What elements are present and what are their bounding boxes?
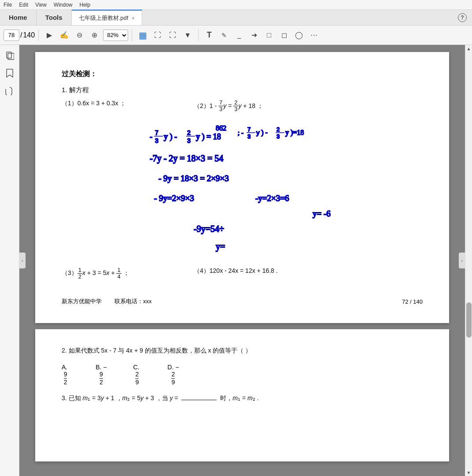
fullscreen-button[interactable]: ⛶	[166, 28, 180, 42]
page-total: 140	[23, 31, 35, 39]
page-current-input[interactable]	[4, 30, 19, 41]
svg-text:y ) -: y ) -	[256, 129, 268, 136]
nav-toggle-right[interactable]: ›	[459, 253, 465, 268]
note-button[interactable]: □	[262, 28, 276, 42]
download-button[interactable]: ▼	[181, 28, 195, 42]
sidebar-bookmark-icon[interactable]	[3, 66, 17, 80]
text-tool-button[interactable]: T	[202, 28, 216, 42]
prob1-left: （1）0.6x = 3 + 0.3x ；	[62, 100, 194, 108]
prob1a-text: （1）0.6x = 3 + 0.3x ；	[62, 100, 126, 107]
page-separator: /	[20, 31, 22, 39]
zoom-out-button[interactable]: ⊖	[72, 28, 86, 42]
menu-help[interactable]: Help	[80, 2, 91, 8]
svg-text:3: 3	[247, 133, 251, 140]
section-title: 过关检测：	[62, 70, 423, 79]
choice-c-fraction: 2 9	[135, 371, 139, 386]
page-number: 72 / 140	[402, 298, 423, 305]
tab-help-area: ?	[453, 10, 472, 25]
svg-text:-y=2×3=6: -y=2×3=6	[255, 193, 289, 203]
zoom-select[interactable]: 82%	[103, 30, 128, 41]
svg-text:y ) -: y ) -	[164, 132, 177, 141]
svg-text:2: 2	[187, 129, 191, 136]
svg-text:- 9y=2×9×3: - 9y=2×9×3	[154, 193, 194, 203]
select-tool-button[interactable]: ▶	[42, 28, 56, 42]
sidebar-attach-icon[interactable]	[3, 84, 17, 98]
help-button[interactable]: ?	[458, 13, 467, 22]
highlight-button[interactable]: ✎	[217, 28, 231, 42]
tab-tools[interactable]: Tools	[37, 10, 72, 25]
scroll-track[interactable]	[465, 52, 472, 469]
more-button[interactable]: ⋯	[307, 28, 321, 42]
scroll-up-button[interactable]: ▲	[465, 45, 472, 52]
menu-view[interactable]: View	[35, 2, 47, 8]
close-tab-button[interactable]: ×	[132, 15, 134, 21]
menu-edit[interactable]: Edit	[19, 2, 28, 8]
pdf-area[interactable]: 过关检测： 1. 解方程 （1）0.6x = 3 + 0.3x ； （2）1 -…	[19, 45, 465, 476]
scroll-down-button[interactable]: ▼	[465, 469, 472, 476]
prob3-text: 3. 已知 m₁ = 3y + 1 ，m₂ = 5y + 3 ，当 y = 时，…	[62, 394, 423, 402]
svg-text:y )=18: y )=18	[285, 129, 304, 137]
pdf-page-1: 过关检测： 1. 解方程 （1）0.6x = 3 + 0.3x ； （2）1 -…	[35, 52, 449, 323]
svg-text:- 9y = 18×3 = 2×9×3: - 9y = 18×3 = 2×9×3	[159, 174, 229, 183]
prob3-left: （3）12x + 3 = 5x + 14 ；	[62, 267, 194, 280]
nav-toggle-left[interactable]: ‹	[19, 253, 26, 268]
tool-group-scan: ▦ ⛶ ⛶ ▼	[136, 28, 195, 42]
arrow-button[interactable]: ➜	[247, 28, 261, 42]
toolbar-sep-3	[198, 29, 199, 41]
choices-row: A. 9 2 B. − 9 2 C. 2	[62, 364, 423, 386]
crop-button[interactable]: ⛶	[151, 28, 165, 42]
tab-file[interactable]: 七年级上册教材.pdf ×	[72, 10, 142, 25]
tab-file-label: 七年级上册教材.pdf	[79, 14, 129, 22]
pdf-page-2: 2. 如果代数式 5x - 7 与 4x + 9 的值互为相反数，那么 x 的值…	[35, 329, 449, 461]
svg-text:3: 3	[187, 137, 191, 144]
svg-text:7: 7	[155, 129, 159, 136]
tool-group-annotate: T ✎ ⎯ ➜ □ ◻ ◯ ⋯	[202, 28, 321, 42]
svg-text:2: 2	[277, 126, 280, 133]
svg-text:3: 3	[155, 137, 159, 144]
sidebar-pages-icon[interactable]	[3, 48, 17, 63]
toolbar-sep-1	[38, 29, 39, 41]
svg-text:-7y - 2y = 18×3 = 54: -7y - 2y = 18×3 = 54	[150, 153, 223, 164]
prob1-label: 1. 解方程	[62, 86, 423, 94]
prob4-left: （4）120x - 24x = 12x + 16.8 .	[194, 267, 423, 275]
menu-bar: File Edit View Window Help	[0, 0, 472, 10]
right-scrollbar[interactable]: ▲ ▼	[465, 45, 472, 476]
svg-text:y ) = 18: y ) = 18	[196, 132, 221, 141]
prob3-row: （3）12x + 3 = 5x + 14 ； （4）120x - 24x = 1…	[62, 267, 423, 280]
svg-text:7: 7	[247, 126, 251, 133]
choice-d: D. − 2 9	[167, 364, 179, 386]
tool-group-select: ▶ ✍ ⊖ ⊕	[42, 28, 101, 42]
svg-text:3: 3	[277, 133, 280, 140]
menu-window[interactable]: Window	[54, 2, 73, 8]
prob4-text: （4）120x - 24x = 12x + 16.8 .	[194, 267, 278, 274]
svg-text:-: -	[150, 132, 152, 141]
choice-b-fraction: 9 2	[100, 371, 103, 386]
shape-circle-button[interactable]: ◯	[292, 28, 306, 42]
tab-home[interactable]: Home	[0, 10, 37, 25]
scroll-thumb[interactable]	[466, 302, 472, 338]
tab-bar: Home Tools 七年级上册教材.pdf × ?	[0, 10, 472, 26]
handwriting-svg: - 7 3 y ) - 2 3 y ) = 18 862 ; - 7	[150, 122, 458, 263]
choice-c: C. 2 9	[133, 364, 141, 386]
svg-rect-1	[8, 53, 14, 60]
scan-button[interactable]: ▦	[136, 28, 150, 42]
zoom-in-button[interactable]: ⊕	[87, 28, 101, 42]
svg-text:; -: ; -	[238, 129, 243, 136]
toolbar-sep-2	[132, 29, 132, 41]
prob1-row: （1）0.6x = 3 + 0.3x ； （2）1 - 73y = 23y + …	[62, 100, 423, 113]
menu-file[interactable]: File	[4, 2, 12, 8]
left-sidebar	[0, 45, 19, 476]
main-layout: ‹ 过关检测： 1. 解方程 （1）0.6x = 3 + 0.3x ； （2）1…	[0, 45, 472, 476]
footer-school: 新东方优能中学 联系电话：xxx	[62, 298, 151, 305]
line-button[interactable]: ⎯	[232, 28, 246, 42]
svg-text:-9y=54÷: -9y=54÷	[194, 224, 224, 234]
choice-a-fraction: 9 2	[64, 371, 67, 386]
choice-d-fraction: 2 9	[171, 371, 175, 386]
prob3-text: （3）12x + 3 = 5x + 14 ；	[62, 269, 129, 276]
choice-b: B. − 9 2	[96, 364, 107, 386]
toolbar: / 140 ▶ ✍ ⊖ ⊕ 82% ▦ ⛶ ⛶ ▼ T ✎ ⎯ ➜ □ ◻ ◯ …	[0, 26, 472, 45]
svg-text:862: 862	[216, 124, 226, 132]
prob1-right: （2）1 - 73y = 23y + 18 ；	[194, 100, 423, 113]
hand-tool-button[interactable]: ✍	[57, 28, 71, 42]
shape-rect-button[interactable]: ◻	[277, 28, 291, 42]
